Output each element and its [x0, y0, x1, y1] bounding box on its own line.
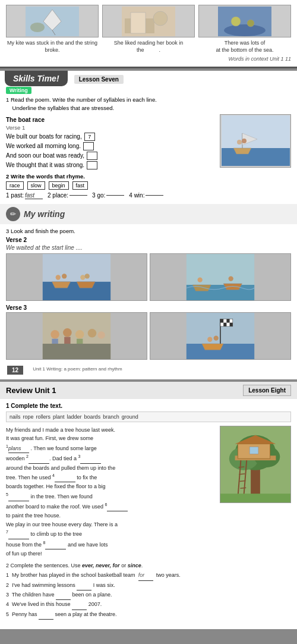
svg-rect-43 — [77, 339, 83, 344]
skills-time-header: Skills Time! — [13, 74, 59, 83]
caption-1: My kite was stuck in the and the string … — [6, 40, 99, 54]
review-page: Review Unit 1 Lesson Eight 1 Complete th… — [0, 382, 297, 629]
svg-rect-41 — [52, 339, 58, 344]
svg-point-12 — [247, 20, 254, 27]
answer-since-2[interactable] — [72, 600, 87, 610]
svg-rect-35 — [43, 344, 110, 359]
skills-time-page: Skills Time! Lesson Seven Writing 1 Read… — [0, 71, 297, 379]
caption-2: She liked reading her book inthe . — [102, 40, 195, 54]
svg-point-24 — [56, 275, 61, 279]
blank-5[interactable] — [8, 492, 29, 501]
svg-point-11 — [231, 17, 241, 26]
word-branch: branch — [103, 414, 119, 420]
answer-3[interactable] — [106, 195, 124, 196]
verse-3-img-2: FINISH — [150, 312, 291, 360]
page-top-footer: Words in context Unit 1 11 — [6, 56, 291, 62]
answer-since-1[interactable] — [77, 581, 91, 590]
q2-item-3: 3 The children have been on a plane. — [6, 590, 291, 600]
svg-point-32 — [198, 277, 203, 282]
syllable-box-4[interactable] — [87, 161, 97, 169]
review-header: Review Unit 1 Lesson Eight — [0, 382, 297, 399]
answer-2[interactable] — [69, 195, 87, 196]
svg-point-54 — [214, 335, 219, 340]
word-race: race — [6, 181, 24, 190]
review-paragraph: My friends and I made a tree house last … — [6, 426, 215, 558]
caption-3: There was lots ofat the bottom of the se… — [198, 40, 291, 54]
svg-marker-30 — [192, 285, 211, 291]
blank-6[interactable] — [107, 502, 128, 511]
svg-point-39 — [88, 329, 97, 338]
word-rope: rope — [23, 414, 34, 420]
rhyme-answers: 1 past: fast 2 place: 3 go: 4 win: — [6, 192, 291, 199]
q1-instruction: 1 Read the poem. Write the number of syl… — [6, 96, 291, 112]
review-treehouse-image — [220, 426, 291, 503]
syllable-box-2[interactable] — [83, 142, 94, 150]
svg-point-10 — [224, 24, 266, 36]
my-writing-title: My writing — [24, 209, 65, 219]
lesson-eight-tag: Lesson Eight — [243, 385, 291, 396]
blank-3[interactable] — [80, 454, 101, 463]
svg-rect-14 — [222, 148, 290, 166]
q2-item-1: 1 My brother has played in the school ba… — [6, 571, 291, 580]
svg-point-36 — [50, 330, 59, 339]
svg-point-25 — [62, 274, 67, 278]
svg-rect-42 — [64, 337, 70, 344]
svg-point-27 — [85, 274, 90, 278]
blank-1[interactable]: plans — [8, 444, 29, 453]
blank-7[interactable] — [8, 530, 29, 539]
svg-rect-50 — [223, 323, 226, 326]
verse-2-text: We waited at the start line .... — [6, 244, 291, 251]
review-q1: 1 Complete the text. — [6, 403, 291, 409]
svg-marker-23 — [77, 282, 95, 288]
word-fast: fast — [72, 181, 89, 190]
answer-1[interactable]: fast — [25, 192, 43, 199]
svg-point-40 — [97, 331, 105, 338]
svg-rect-51 — [230, 323, 233, 326]
verse-2-images: START — [6, 253, 291, 301]
rhyme-answer-2: 2 place: — [48, 192, 87, 199]
q2-instruction: 2 Complete the sentences. Use ever, neve… — [6, 563, 291, 568]
word-ladder: ladder — [67, 414, 82, 420]
answer-ever[interactable] — [39, 610, 53, 620]
svg-point-33 — [229, 276, 233, 281]
sea-image — [198, 5, 291, 37]
my-writing-header: ✏ My writing — [0, 204, 297, 224]
word-rollers: rollers — [36, 414, 51, 420]
poem-title: The boat race — [6, 117, 215, 123]
svg-line-69 — [240, 488, 246, 488]
writing-tag: Writing — [6, 87, 31, 94]
blank-4[interactable] — [55, 473, 75, 482]
rhyme-answer-3: 3 go: — [92, 192, 124, 199]
blank-8[interactable] — [45, 541, 66, 549]
poem-left: The boat race Verse 1 We built our boats… — [6, 114, 215, 169]
verse-3-label: Verse 3 — [6, 304, 291, 311]
blank-2[interactable] — [29, 454, 49, 463]
syllable-box-3[interactable] — [87, 152, 97, 160]
pencil-icon: ✏ — [6, 207, 20, 221]
syllable-box-1[interactable]: 7 — [84, 133, 95, 141]
q2-section: 2 Complete the sentences. Use ever, neve… — [6, 563, 291, 619]
rhyme-section: 2 Write the words that rhyme. race slow … — [6, 173, 291, 199]
q2-item-5: 5 Penny has seen a play at the theatre. — [6, 610, 291, 620]
word-slow: slow — [27, 181, 45, 190]
page-footer-row: 12 Unit 1 Writing: a poem: pattern and r… — [0, 363, 297, 375]
svg-point-3 — [30, 23, 45, 32]
top-images-row — [6, 5, 291, 37]
svg-point-38 — [75, 330, 84, 339]
verse-section: 3 Look and finish the poem. Verse 2 We w… — [0, 228, 297, 360]
svg-line-68 — [239, 481, 245, 482]
answer-for[interactable]: for — [138, 571, 153, 580]
verse-2-label: Verse 2 — [6, 237, 291, 243]
verse-2-img-1: START — [6, 253, 147, 301]
word-boards: boards — [84, 414, 101, 420]
kite-image — [6, 5, 99, 37]
answer-4[interactable] — [146, 195, 163, 196]
review-content: 1 Complete the text. nails rope rollers … — [0, 399, 297, 623]
verse-1-label: Verse 1 — [6, 124, 215, 131]
captions-row: My kite was stuck in the and the string … — [6, 40, 291, 54]
q2-instruction: 2 Write the words that rhyme. — [6, 173, 291, 180]
svg-rect-48 — [220, 319, 223, 322]
page-number-12: 12 — [7, 366, 23, 375]
answer-never[interactable] — [56, 590, 71, 600]
word-ground: ground — [122, 414, 138, 420]
